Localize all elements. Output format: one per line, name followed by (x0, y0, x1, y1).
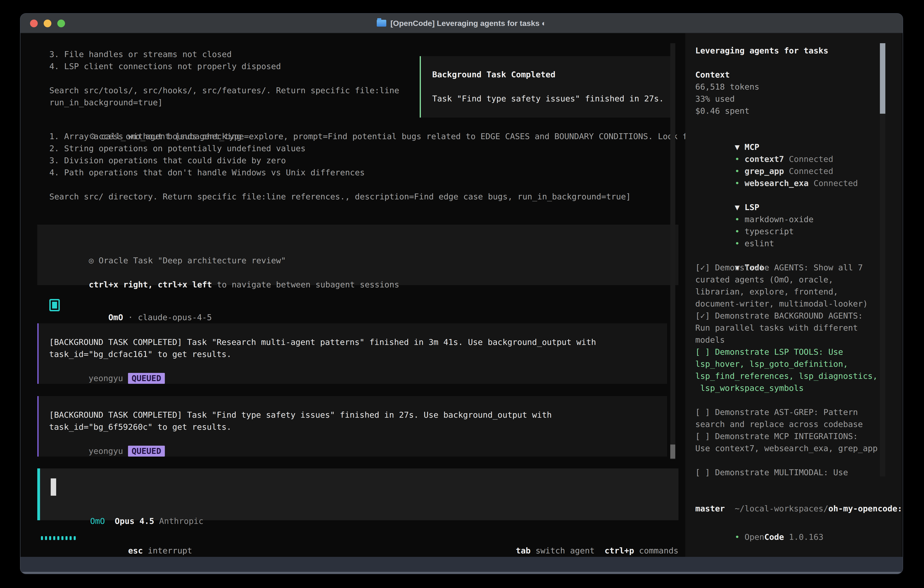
mcp-name: websearch_exa (745, 178, 809, 188)
esc-key-label: interrupt (143, 546, 192, 555)
workspace-path-prefix: ~/local-workspaces/ (734, 504, 828, 513)
zoom-window-button[interactable] (57, 20, 65, 27)
status-badge: QUEUED (128, 373, 165, 384)
omo-agent-icon (50, 299, 60, 311)
lsp-section-header[interactable]: ▼ LSP (695, 189, 902, 201)
spacer (154, 516, 159, 526)
todo-line-blank (695, 454, 902, 466)
window-bottom-chrome (20, 557, 903, 574)
spacer (595, 546, 605, 555)
status-dot-icon: • (734, 239, 739, 248)
mcp-section-header[interactable]: ▼ MCP (695, 129, 902, 141)
todo-line-blank (695, 394, 902, 406)
folder-icon (377, 20, 386, 26)
terminal-content: 3. File handles or streams not closed 4.… (20, 33, 903, 557)
tab-key-hint: tab (516, 546, 531, 555)
spacer (105, 516, 115, 526)
card-line: task_id="bg_dcfac161" to get results. (49, 348, 667, 360)
oracle-title: Oracle Task "Deep architecture review" (94, 256, 286, 265)
agent-model: claude-opus-4-5 (138, 313, 212, 322)
output-line: Search src/ directory. Return specific f… (50, 190, 697, 203)
workspace-path: ~/local-workspaces/oh-my-opencode: (695, 491, 902, 502)
oracle-icon: ◎ (89, 256, 94, 265)
agent-separator: · (123, 313, 138, 322)
window-controls (30, 20, 65, 27)
status-dot-icon: • (734, 215, 739, 224)
terminal-output-intro: 3. File handles or streams not closed 4.… (50, 48, 399, 109)
status-dot-icon: • (734, 154, 739, 164)
mcp-status: Connected (784, 154, 833, 164)
todo-line: curated agents (OmO, oracle, (695, 274, 902, 286)
todo-line: Use context7, websearch_exa, grep_app (695, 442, 902, 454)
card-line: [BACKGROUND TASK COMPLETED] Task "Resear… (49, 336, 667, 348)
window-titlebar[interactable]: [OpenCode] Leveraging agents for tasks ◐ (20, 14, 903, 33)
todo-line: lsp_find_references, lsp_diagnostics, (695, 370, 902, 382)
todo-line: [ ] Demonstrate MULTIMODAL: Use (695, 466, 902, 478)
todo-line: librarian, explore, frontend, (695, 286, 902, 297)
output-line: Search src/tools/, src/hooks/, src/featu… (50, 84, 399, 96)
todo-line: [ ] Demonstrate LSP TOOLS: Use (695, 346, 902, 358)
context-used: 33% used (695, 93, 902, 105)
todo-line: [✓] Demonstrate BACKGROUND AGENTS: (695, 310, 902, 322)
notification-title: Background Task Completed (432, 68, 672, 81)
mcp-status: Connected (809, 178, 858, 188)
status-dot-icon: • (734, 532, 739, 542)
oracle-task-box: ◎ Oracle Task "Deep architecture review"… (37, 225, 678, 285)
todo-line: models (695, 334, 902, 346)
card-author: yeongyu (88, 446, 128, 456)
todo-line: lsp_hover, lsp_goto_definition, (695, 358, 902, 370)
mcp-name: grep_app (745, 167, 784, 176)
text-cursor (51, 478, 56, 496)
window-title: [OpenCode] Leveraging agents for tasks ◐ (390, 19, 546, 28)
background-task-card: [BACKGROUND TASK COMPLETED] Task "Find t… (37, 396, 667, 457)
input-provider-name: Anthropic (159, 516, 203, 526)
progress-spinner (41, 536, 76, 540)
input-agent-name: OmO (90, 516, 105, 526)
notification-blank (432, 81, 672, 92)
tab-key-label: switch agent (531, 546, 595, 555)
lsp-heading-label: LSP (739, 203, 759, 212)
agent-header: OmO · claude-opus-4-5 (50, 299, 212, 312)
output-line: run_in_background=true] (50, 96, 399, 109)
tool-call-line: ⚙ call_omo_agent [subagent_type=explore,… (50, 118, 697, 130)
cmd-key-label: commands (634, 546, 678, 555)
sidebar-scrollbar-thumb[interactable] (880, 43, 885, 114)
app-name-dim: Open (745, 532, 764, 542)
lsp-name: typescript (745, 227, 794, 236)
main-scrollbar[interactable] (670, 43, 675, 459)
mcp-heading-label: MCP (739, 142, 759, 152)
background-task-card: [BACKGROUND TASK COMPLETED] Task "Resear… (37, 323, 667, 384)
background-task-notification[interactable]: Background Task Completed Task "Find typ… (420, 56, 673, 117)
todo-line: [ ] Demonstrate AST-GREP: Pattern (695, 406, 902, 418)
minimize-window-button[interactable] (44, 20, 51, 27)
close-window-button[interactable] (30, 20, 38, 27)
status-dot-icon: • (734, 178, 739, 188)
input-model-line: OmO Opus 4.5 Anthropic (51, 503, 203, 515)
todo-section-header[interactable]: ▼ Todo (695, 249, 902, 261)
output-line: 4. LSP client connections not properly d… (50, 60, 399, 72)
oracle-hint-text: to navigate between subagent sessions (212, 280, 399, 289)
output-line: 4. Path operations that don't handle Win… (50, 167, 697, 178)
output-line: 3. Division operations that could divide… (50, 154, 697, 167)
todo-line: lsp_workspace_symbols (695, 382, 902, 394)
sidebar: Leveraging agents for tasks Context 66,5… (685, 33, 902, 557)
notification-body: Task "Find type safety issues" finished … (432, 92, 672, 105)
agent-name: OmO (108, 313, 123, 322)
prompt-input[interactable]: OmO Opus 4.5 Anthropic (37, 468, 678, 520)
window-bottom-edge (20, 572, 903, 574)
app-version-footer: • OpenCode 1.0.163 (695, 519, 823, 531)
esc-key-hint: esc (128, 546, 143, 555)
card-line: task_id="bg_6f59260c" to get results. (49, 421, 667, 433)
mcp-name: context7 (745, 154, 784, 164)
workspace-repo: oh-my-opencode: (828, 504, 902, 513)
app-version: 1.0.163 (784, 532, 823, 542)
card-line: [BACKGROUND TASK COMPLETED] Task "Find t… (49, 409, 667, 421)
status-bar: esc interrupt tab switch agent ctrl+p co… (20, 532, 678, 545)
context-heading: Context (695, 69, 902, 81)
sidebar-scrollbar[interactable] (880, 43, 885, 476)
keyboard-hints: tab switch agent ctrl+p commands (476, 532, 678, 545)
todo-line: [ ] Demonstrate MCP INTEGRATIONS: (695, 430, 902, 442)
main-scrollbar-thumb[interactable] (670, 444, 675, 459)
context-tokens: 66,518 tokens (695, 81, 902, 93)
todo-line: search and replace across codebase (695, 418, 902, 430)
